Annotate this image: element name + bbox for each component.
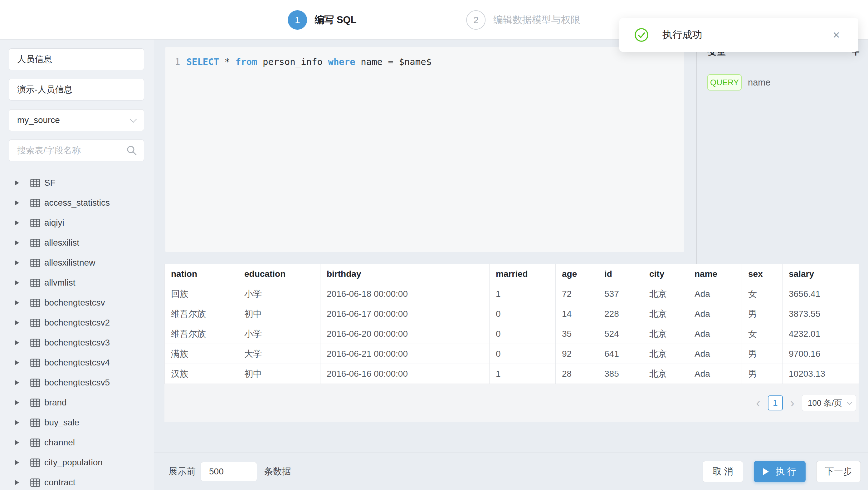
table-cell: 北京 xyxy=(643,364,688,384)
caret-right-icon[interactable] xyxy=(15,280,19,285)
tree-item-channel[interactable]: channel xyxy=(0,433,154,453)
tree-item-label: SF xyxy=(44,178,56,188)
tree-item-SF[interactable]: SF xyxy=(0,173,154,193)
table-cell: 4232.01 xyxy=(782,324,859,344)
table-cell: 3873.55 xyxy=(782,304,859,324)
pagination-prev-icon[interactable]: ‹ xyxy=(756,397,760,409)
sql-editor[interactable]: 1 SELECT * from person_info where name =… xyxy=(165,47,684,252)
table-icon xyxy=(30,279,40,287)
row-limit-input[interactable] xyxy=(200,462,257,481)
run-button[interactable]: 执 行 xyxy=(754,461,806,482)
tree-item-bochengtestcsv[interactable]: bochengtestcsv xyxy=(0,293,154,313)
run-button-label: 执 行 xyxy=(776,465,796,478)
tree-item-allesxilistnew[interactable]: allesxilistnew xyxy=(0,253,154,273)
pagination-next-icon[interactable]: › xyxy=(790,397,794,409)
column-header-education: education xyxy=(238,264,320,284)
column-header-sex: sex xyxy=(742,264,782,284)
table-cell: 14 xyxy=(556,304,598,324)
tree-item-bochengtestcsv3[interactable]: bochengtestcsv3 xyxy=(0,333,154,353)
table-cell: 0 xyxy=(490,324,556,344)
table-icon xyxy=(30,319,40,327)
table-row: 维吾尔族小学2016-06-20 00:00:00035524北京Ada女423… xyxy=(165,324,859,344)
table-icon xyxy=(30,479,40,487)
tree-item-allesxilist[interactable]: allesxilist xyxy=(0,233,154,253)
tree-item-allvmlist[interactable]: allvmlist xyxy=(0,273,154,293)
tree-item-label: bochengtestcsv3 xyxy=(44,338,110,348)
cancel-button[interactable]: 取 消 xyxy=(703,461,743,482)
table-cell: 满族 xyxy=(165,344,238,364)
table-icon xyxy=(30,359,40,367)
tree-item-brand[interactable]: brand xyxy=(0,393,154,412)
caret-right-icon[interactable] xyxy=(15,240,19,245)
caret-right-icon[interactable] xyxy=(15,260,19,265)
next-step-button[interactable]: 下一步 xyxy=(816,461,861,482)
sql-code-line: 1 SELECT * from person_info where name =… xyxy=(175,55,684,69)
column-header-salary: salary xyxy=(782,264,859,284)
caret-right-icon[interactable] xyxy=(15,440,19,445)
tree-item-contract[interactable]: contract xyxy=(0,472,154,490)
caret-right-icon[interactable] xyxy=(15,320,19,325)
column-header-married: married xyxy=(490,264,556,284)
caret-right-icon[interactable] xyxy=(15,360,19,365)
caret-right-icon[interactable] xyxy=(15,400,19,405)
datasource-select[interactable]: my_source xyxy=(9,109,144,131)
table-cell: 汉族 xyxy=(165,364,238,384)
table-icon xyxy=(30,259,40,267)
table-row: 满族大学2016-06-21 00:00:00092641北京Ada男9700.… xyxy=(165,344,859,364)
table-icon xyxy=(30,199,40,207)
sql-token-plain: name = $name$ xyxy=(355,57,432,67)
tree-item-aiqiyi[interactable]: aiqiyi xyxy=(0,213,154,233)
table-cell: 28 xyxy=(556,364,598,384)
table-cell: 524 xyxy=(598,324,643,344)
tree-item-label: contract xyxy=(44,478,75,488)
step-2-label: 编辑数据模型与权限 xyxy=(493,13,580,27)
tree-item-buy_sale[interactable]: buy_sale xyxy=(0,412,154,433)
table-cell: 男 xyxy=(742,304,782,324)
table-cell: 2016-06-20 00:00:00 xyxy=(320,324,490,344)
datasource-selected-value: my_source xyxy=(17,115,60,125)
caret-right-icon[interactable] xyxy=(15,340,19,345)
caret-right-icon[interactable] xyxy=(15,180,19,185)
table-icon xyxy=(30,339,40,347)
caret-right-icon[interactable] xyxy=(15,460,19,465)
variable-item: QUERY name xyxy=(707,74,868,91)
tree-item-label: brand xyxy=(44,398,67,408)
caret-right-icon[interactable] xyxy=(15,300,19,305)
table-cell: 641 xyxy=(598,344,643,364)
table-cell: 3656.41 xyxy=(782,284,859,304)
results-table: nationeducationbirthdaymarriedageidcityn… xyxy=(164,264,859,384)
tree-item-bochengtestcsv2[interactable]: bochengtestcsv2 xyxy=(0,313,154,333)
caret-right-icon[interactable] xyxy=(15,201,19,205)
page-size-select[interactable]: 100 条/页 xyxy=(802,395,856,411)
caret-right-icon[interactable] xyxy=(15,380,19,385)
table-cell: 1 xyxy=(490,364,556,384)
variable-type-badge: QUERY xyxy=(707,74,742,91)
caret-right-icon[interactable] xyxy=(15,420,19,425)
pagination-page-1[interactable]: 1 xyxy=(768,395,783,410)
tree-item-label: allesxilistnew xyxy=(44,258,95,268)
tree-item-city_population[interactable]: city_population xyxy=(0,453,154,472)
sql-token-plain: person_info xyxy=(257,57,328,67)
step-2-number: 2 xyxy=(473,15,478,25)
row-limit-suffix: 条数据 xyxy=(264,465,291,478)
tree-item-label: aiqiyi xyxy=(44,218,64,228)
column-header-birthday: birthday xyxy=(320,264,490,284)
tree-item-bochengtestcsv4[interactable]: bochengtestcsv4 xyxy=(0,353,154,373)
tree-item-label: bochengtestcsv2 xyxy=(44,318,110,328)
tree-item-bochengtestcsv5[interactable]: bochengtestcsv5 xyxy=(0,373,154,393)
table-cell: 2016-06-18 00:00:00 xyxy=(320,284,490,304)
bottom-action-bar: 展示前 条数据 取 消 执 行 下一步 xyxy=(154,453,868,490)
tree-item-access_statistics[interactable]: access_statistics xyxy=(0,193,154,213)
table-cell: 72 xyxy=(556,284,598,304)
caret-right-icon[interactable] xyxy=(15,220,19,225)
dataset-name-input[interactable] xyxy=(9,49,144,70)
display-name-input[interactable] xyxy=(9,79,144,100)
row-limit-prefix: 展示前 xyxy=(168,465,196,478)
column-header-name: name xyxy=(688,264,742,284)
table-icon xyxy=(30,419,40,427)
step-1-number: 1 xyxy=(295,15,300,25)
table-search-field[interactable]: 搜索表/字段名称 xyxy=(9,140,144,161)
play-icon xyxy=(763,468,769,475)
close-icon[interactable]: ✕ xyxy=(832,30,840,40)
caret-right-icon[interactable] xyxy=(15,480,19,485)
